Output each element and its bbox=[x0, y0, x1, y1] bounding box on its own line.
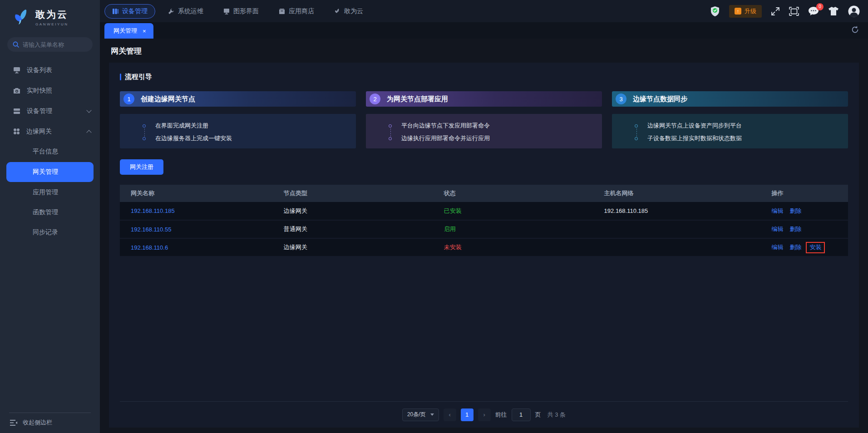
user-avatar[interactable] bbox=[848, 5, 860, 17]
edit-action[interactable]: 编辑 bbox=[771, 244, 783, 251]
sidebar-subitem-function-mgmt[interactable]: 函数管理 bbox=[0, 202, 100, 222]
monitor-icon bbox=[13, 67, 20, 74]
upgrade-button[interactable]: ↑ 升级 bbox=[729, 5, 762, 18]
upgrade-icon: ↑ bbox=[735, 8, 741, 15]
guide-section-title: 流程引导 bbox=[120, 73, 848, 81]
gateway-name-link[interactable]: 192.168.110.185 bbox=[131, 207, 175, 214]
step-item-text: 在界面完成网关注册 bbox=[155, 122, 208, 130]
pagination: 20条/页 ‹ 1 › 前往 页 共 3 条 bbox=[120, 401, 848, 428]
butterfly-logo-icon bbox=[12, 8, 31, 26]
page-size-value: 20条/页 bbox=[407, 411, 426, 418]
sidebar-item-label: 边缘网关 bbox=[26, 128, 81, 136]
gateway-table: 网关名称 节点类型 状态 主机名网络 操作 192.168.110.185 边缘… bbox=[120, 185, 848, 257]
step-item: 子设备数据上报实时数据和状态数据 bbox=[647, 133, 841, 144]
col-node-type: 节点类型 bbox=[273, 185, 433, 202]
topnav-item-graphic-ui[interactable]: 图形界面 bbox=[216, 5, 266, 18]
install-action[interactable]: 安装 bbox=[809, 244, 821, 251]
delete-action[interactable]: 删除 bbox=[789, 244, 801, 251]
top-navigation: 设备管理 系统运维 图形界面 bbox=[104, 4, 370, 19]
total-count-label: 共 3 条 bbox=[547, 411, 566, 419]
step-header: 3 边缘节点数据同步 bbox=[612, 91, 848, 107]
guide-title-text: 流程引导 bbox=[125, 73, 152, 81]
edit-action[interactable]: 编辑 bbox=[771, 226, 783, 232]
step-item-text: 子设备数据上报实时数据和状态数据 bbox=[647, 134, 742, 143]
brand-logo: 敢为云 GANWEIYUN bbox=[0, 0, 100, 33]
sidebar-footer: 收起侧边栏 bbox=[0, 413, 100, 433]
submenu-label: 同步记录 bbox=[33, 228, 58, 236]
spacer bbox=[120, 257, 848, 401]
page-title: 网关管理 bbox=[109, 39, 859, 63]
prev-page-button[interactable]: ‹ bbox=[444, 408, 456, 421]
page-number-button[interactable]: 1 bbox=[461, 408, 473, 421]
guide-steps: 1 创建边缘网关节点 在界面完成网关注册 在边缘服务器上完成一键安装 bbox=[120, 91, 848, 148]
sidebar-item-label: 设备管理 bbox=[27, 107, 81, 115]
table-row: 192.168.110.185 边缘网关 已安装 192.168.110.185… bbox=[120, 202, 848, 220]
store-icon bbox=[279, 8, 285, 15]
tab-gateway-mgmt[interactable]: 网关管理 × bbox=[104, 23, 153, 39]
chevron-down-icon bbox=[86, 108, 91, 113]
collapse-sidebar-button[interactable]: 收起侧边栏 bbox=[7, 418, 93, 427]
theme-shirt-icon[interactable] bbox=[828, 6, 839, 16]
status-badge: 已安装 bbox=[444, 207, 462, 214]
gateway-name-link[interactable]: 192.168.110.55 bbox=[131, 226, 171, 233]
topnav-label: 敢为云 bbox=[344, 7, 363, 15]
camera-icon bbox=[13, 88, 20, 94]
step-item: 在界面完成网关注册 bbox=[155, 120, 349, 131]
sidebar-item-label: 实时快照 bbox=[27, 87, 91, 95]
brand-name: 敢为云 bbox=[35, 8, 69, 21]
gateway-register-button[interactable]: 网关注册 bbox=[120, 159, 163, 175]
delete-action[interactable]: 删除 bbox=[789, 207, 801, 214]
next-page-button[interactable]: › bbox=[478, 408, 491, 421]
modules-icon bbox=[112, 8, 118, 15]
sidebar-item-device-list[interactable]: 设备列表 bbox=[0, 60, 100, 80]
sidebar-item-edge-gateway[interactable]: 边缘网关 bbox=[0, 121, 100, 142]
install-action-highlight-box: 安装 bbox=[806, 242, 825, 253]
sidebar-subitem-platform-info[interactable]: 平台信息 bbox=[0, 142, 100, 162]
fullscreen-frame-icon[interactable] bbox=[789, 7, 799, 16]
content-area: 网关管理 流程引导 1 创建边缘网关节点 bbox=[100, 39, 868, 433]
node-type-cell: 普通网关 bbox=[273, 220, 433, 238]
sidebar-item-device-mgmt[interactable]: 设备管理 bbox=[0, 101, 100, 121]
security-shield-icon[interactable] bbox=[710, 6, 720, 17]
host-cell: 192.168.110.185 bbox=[593, 202, 761, 220]
topnav-item-ganweiyun[interactable]: 敢为云 bbox=[327, 5, 370, 18]
submenu-label: 应用管理 bbox=[33, 188, 58, 197]
gateway-name-link[interactable]: 192.168.110.6 bbox=[131, 244, 168, 251]
step-title: 创建边缘网关节点 bbox=[141, 95, 195, 103]
step-header: 1 创建边缘网关节点 bbox=[120, 91, 356, 107]
topbar: 设备管理 系统运维 图形界面 bbox=[100, 0, 868, 22]
edit-action[interactable]: 编辑 bbox=[771, 207, 783, 214]
step-card: 平台向边缘节点下发应用部署命令 边缘执行应用部署命令并运行应用 bbox=[366, 114, 602, 148]
topnav-item-device-mgmt[interactable]: 设备管理 bbox=[104, 4, 155, 19]
sidebar-subitem-app-mgmt[interactable]: 应用管理 bbox=[0, 182, 100, 202]
topnav-item-app-store[interactable]: 应用商店 bbox=[271, 5, 321, 18]
topnav-item-system-ops[interactable]: 系统运维 bbox=[161, 5, 211, 18]
delete-action[interactable]: 删除 bbox=[789, 226, 801, 232]
sidebar-menu: 设备列表 实时快照 设备管理 bbox=[0, 60, 100, 413]
sidebar-item-snapshot[interactable]: 实时快照 bbox=[0, 80, 100, 101]
guide-step-3: 3 边缘节点数据同步 边缘网关节点上设备资产同步到平台 子设备数据上报实时数据和… bbox=[612, 91, 848, 148]
page-size-select[interactable]: 20条/页 bbox=[402, 408, 439, 421]
step-number-badge: 2 bbox=[370, 93, 380, 104]
server-icon bbox=[13, 108, 20, 114]
node-type-cell: 边缘网关 bbox=[273, 202, 433, 220]
close-icon[interactable]: × bbox=[143, 28, 146, 34]
col-actions: 操作 bbox=[760, 185, 848, 202]
topnav-label: 应用商店 bbox=[289, 7, 314, 15]
submenu-label: 函数管理 bbox=[33, 208, 58, 216]
col-hostname-network: 主机名网络 bbox=[593, 185, 761, 202]
sidebar-subitem-gateway-mgmt[interactable]: 网关管理 bbox=[6, 162, 94, 182]
goto-page-input[interactable] bbox=[512, 408, 531, 421]
sidebar-subitem-sync-records[interactable]: 同步记录 bbox=[0, 222, 100, 242]
fullscreen-expand-icon[interactable] bbox=[771, 7, 780, 16]
wrench-icon bbox=[168, 8, 174, 15]
upgrade-label: 升级 bbox=[745, 7, 756, 15]
main-area: 设备管理 系统运维 图形界面 bbox=[100, 0, 868, 433]
page-label: 页 bbox=[535, 411, 541, 419]
step-item: 边缘执行应用部署命令并运行应用 bbox=[401, 133, 595, 144]
messages-icon[interactable]: 0 bbox=[808, 6, 819, 16]
search-input[interactable] bbox=[23, 41, 82, 48]
refresh-icon[interactable] bbox=[851, 26, 859, 34]
bullet-ring-icon bbox=[143, 137, 146, 140]
screen-icon bbox=[223, 8, 230, 15]
